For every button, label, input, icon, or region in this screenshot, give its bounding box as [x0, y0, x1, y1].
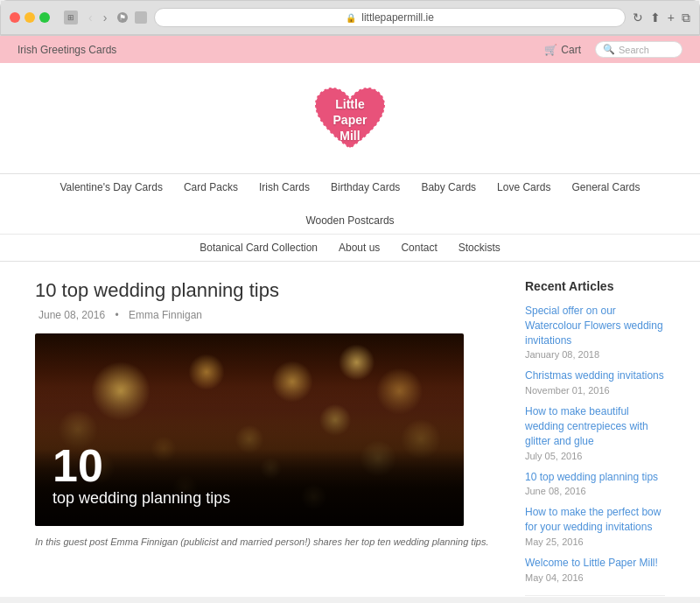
add-tab-icon[interactable]: +	[668, 11, 675, 25]
sidebar-date-3: July 05, 2016	[525, 451, 665, 461]
nav-birthday-cards[interactable]: Birthday Cards	[331, 181, 400, 193]
sidebar-article-3: How to make beautiful wedding centrepiec…	[525, 404, 665, 460]
sidebar-date-5: May 25, 2016	[525, 536, 665, 547]
windows-icon[interactable]: ⧉	[682, 11, 690, 25]
sidebar-article-link-3[interactable]: How to make beautiful wedding centrepiec…	[525, 404, 665, 448]
forward-arrow[interactable]: ›	[100, 9, 111, 26]
sidebar-date-4: June 08, 2016	[525, 486, 665, 496]
logo-area: Little Paper Mill	[0, 63, 700, 173]
lock-icon: 🔒	[346, 13, 356, 23]
cart-label: Cart	[561, 44, 581, 56]
logo[interactable]: Little Paper Mill	[306, 81, 394, 159]
browser-toolbar: ⊞ ‹ › ⚑ 🔒 littlepapermill.ie ↻ ⬆ + ⧉	[1, 1, 699, 35]
sidebar-article-link-5[interactable]: How to make the perfect bow for your wed…	[525, 505, 665, 535]
article-title: 10 top wedding planning tips	[35, 279, 499, 302]
sidebar-date-6: May 04, 2016	[525, 572, 665, 583]
toolbar-right: ⬆ + ⧉	[650, 11, 690, 25]
nav-wooden-postcards[interactable]: Wooden Postcards	[305, 214, 394, 227]
image-big-number: 10	[52, 443, 446, 488]
nav-stockists[interactable]: Stockists	[458, 242, 500, 254]
search-placeholder: Search	[619, 45, 649, 55]
sidebar-article-2: Christmas wedding invitations November 0…	[525, 368, 665, 396]
maximize-button[interactable]	[39, 12, 50, 23]
sidebar-article-6: Welcome to Little Paper Mill! May 04, 20…	[525, 556, 665, 583]
sidebar-divider	[525, 595, 665, 596]
nav-row-1: Valentine's Day Cards Card Packs Irish C…	[0, 174, 700, 234]
nav-card-packs[interactable]: Card Packs	[184, 181, 238, 193]
meta-separator: •	[115, 309, 122, 321]
address-bar[interactable]: 🔒 littlepapermill.ie	[154, 8, 625, 27]
page-wrapper: Irish Greetings Cards 🛒 Cart 🔍 Search	[0, 36, 700, 597]
sidebar-article-1: Special offer on our Watercolour Flowers…	[525, 304, 665, 360]
article-image: 10 top wedding planning tips	[35, 333, 464, 526]
article-date: June 08, 2016	[38, 309, 105, 321]
nav-valentines[interactable]: Valentine's Day Cards	[60, 181, 162, 193]
nav-contact[interactable]: Contact	[401, 242, 437, 254]
grid-icon[interactable]: ⊞	[64, 11, 78, 25]
top-bar: Irish Greetings Cards 🛒 Cart 🔍 Search	[0, 36, 700, 63]
image-subtitle: top wedding planning tips	[52, 488, 446, 508]
sidebar-article-4: 10 top wedding planning tips June 08, 20…	[525, 470, 665, 497]
nav-arrows: ‹ ›	[85, 9, 110, 26]
main-content: 10 top wedding planning tips June 08, 20…	[0, 262, 700, 597]
nav-baby-cards[interactable]: Baby Cards	[421, 181, 476, 193]
close-button[interactable]	[10, 12, 20, 23]
article-caption: In this guest post Emma Finnigan (public…	[35, 536, 499, 547]
url-text: littlepapermill.ie	[361, 11, 434, 24]
nav-general-cards[interactable]: General Cards	[571, 181, 640, 193]
nav-botanical[interactable]: Botanical Card Collection	[200, 242, 318, 254]
cart-link[interactable]: 🛒 Cart	[544, 44, 581, 56]
sidebar: Recent Articles Special offer on our Wat…	[525, 279, 665, 597]
sidebar-article-link-4[interactable]: 10 top wedding planning tips	[525, 470, 665, 485]
back-arrow[interactable]: ‹	[85, 9, 96, 26]
nav-about[interactable]: About us	[339, 242, 380, 254]
nav-love-cards[interactable]: Love Cards	[497, 181, 550, 193]
nav-irish-cards[interactable]: Irish Cards	[259, 181, 310, 193]
tab-icon	[135, 11, 147, 24]
nav-row-2: Botanical Card Collection About us Conta…	[0, 235, 700, 261]
browser-window: ⊞ ‹ › ⚑ 🔒 littlepapermill.ie ↻ ⬆ + ⧉	[0, 0, 700, 36]
article-meta: June 08, 2016 • Emma Finnigan	[35, 309, 499, 321]
top-bar-right: 🛒 Cart 🔍 Search	[544, 41, 682, 58]
sidebar-date-2: November 01, 2016	[525, 385, 665, 396]
top-bar-text: Irish Greetings Cards	[18, 44, 116, 56]
sidebar-recent-title: Recent Articles	[525, 279, 665, 293]
cart-icon: 🛒	[544, 44, 557, 56]
sidebar-article-link-6[interactable]: Welcome to Little Paper Mill!	[525, 556, 665, 571]
search-box[interactable]: 🔍 Search	[595, 41, 682, 58]
image-text-overlay: 10 top wedding planning tips	[52, 443, 446, 508]
main-nav: Valentine's Day Cards Card Packs Irish C…	[0, 173, 700, 262]
window-controls: ⊞	[64, 11, 78, 25]
search-icon: 🔍	[603, 44, 615, 55]
reload-icon[interactable]: ↻	[633, 11, 643, 25]
minimize-button[interactable]	[24, 12, 35, 23]
sidebar-article-link-1[interactable]: Special offer on our Watercolour Flowers…	[525, 304, 665, 347]
logo-text: Little Paper Mill	[333, 96, 368, 144]
article-author: Emma Finnigan	[129, 309, 202, 321]
article-area: 10 top wedding planning tips June 08, 20…	[35, 279, 499, 597]
share-icon[interactable]: ⬆	[650, 11, 661, 25]
shield-icon: ⚑	[117, 12, 128, 23]
traffic-lights	[10, 12, 50, 23]
sidebar-date-1: January 08, 2018	[525, 349, 665, 360]
sidebar-article-link-2[interactable]: Christmas wedding invitations	[525, 368, 665, 383]
sidebar-article-5: How to make the perfect bow for your wed…	[525, 505, 665, 547]
